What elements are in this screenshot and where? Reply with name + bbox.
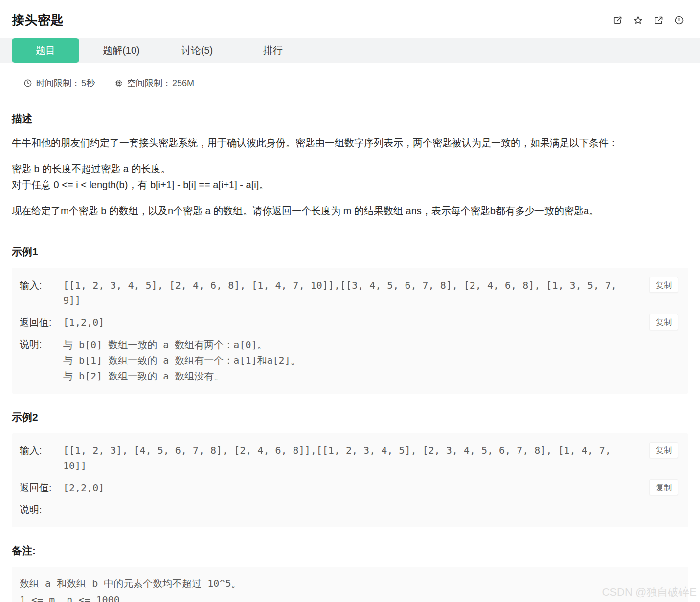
note-line: 与 b[1] 数组一致的 a 数组有一个：a[1]和a[2]。 <box>63 353 300 368</box>
star-icon[interactable] <box>633 15 643 25</box>
input-value: [[1, 2, 3], [4, 5, 6, 7, 8], [2, 4, 6, 8… <box>63 443 626 473</box>
example1-box: 输入: [[1, 2, 3, 4, 5], [2, 4, 6, 8], [1, … <box>12 268 688 394</box>
description-paragraph: 现在给定了m个密匙 b 的数组，以及n个密匙 a 的数组。请你返回一个长度为 m… <box>12 203 688 219</box>
description-body: 牛牛和他的朋友们约定了一套接头密匙系统，用于确认彼此身份。密匙由一组数字序列表示… <box>12 135 688 219</box>
condition-line-1: 密匙 b 的长度不超过密匙 a 的长度。 <box>12 163 170 174</box>
return-value: [1,2,0] <box>63 315 104 330</box>
condition-line-2: 对于任意 0 <= i < length(b)，有 b[i+1] - b[i] … <box>12 179 269 190</box>
edit-icon[interactable] <box>612 15 623 25</box>
remark-line: 1 <= m, n <= 1000 <box>20 592 678 602</box>
copy-input-button[interactable]: 复制 <box>649 442 678 458</box>
tab-ranking[interactable]: 排行 <box>239 38 307 63</box>
memory-limit-label: 空间限制： <box>127 77 171 89</box>
input-value: [[1, 2, 3, 4, 5], [2, 4, 6, 8], [1, 4, 7… <box>63 278 626 308</box>
input-label: 输入: <box>20 443 63 473</box>
description-paragraph: 牛牛和他的朋友们约定了一套接头密匙系统，用于确认彼此身份。密匙由一组数字序列表示… <box>12 135 688 151</box>
section-heading-remarks: 备注: <box>12 544 688 557</box>
time-limit-value: 5秒 <box>81 77 95 89</box>
note-row: 说明: 与 b[0] 数组一致的 a 数组有两个：a[0]。 与 b[1] 数组… <box>20 337 678 384</box>
input-label: 输入: <box>20 278 63 308</box>
remarks-box: 数组 a 和数组 b 中的元素个数均不超过 10^5。 1 <= m, n <=… <box>12 567 688 602</box>
return-row: 返回值: [2,2,0] 复制 <box>20 480 678 495</box>
limits-row: 时间限制：5秒 空间限制：256M <box>23 77 688 89</box>
note-line: 与 b[2] 数组一致的 a 数组没有。 <box>63 368 300 384</box>
note-line: 与 b[0] 数组一致的 a 数组有两个：a[0]。 <box>63 337 300 353</box>
return-row: 返回值: [1,2,0] 复制 <box>20 315 678 330</box>
time-limit-label: 时间限制： <box>36 77 80 89</box>
return-value: [2,2,0] <box>63 480 104 495</box>
note-value: 与 b[0] 数组一致的 a 数组有两个：a[0]。 与 b[1] 数组一致的 … <box>63 337 300 384</box>
section-heading-description: 描述 <box>12 112 688 125</box>
return-label: 返回值: <box>20 480 63 495</box>
note-label: 说明: <box>20 337 63 384</box>
problem-content: 描述 牛牛和他的朋友们约定了一套接头密匙系统，用于确认彼此身份。密匙由一组数字序… <box>0 112 700 602</box>
header-actions <box>612 15 684 25</box>
tab-discussion[interactable]: 讨论(5) <box>163 38 231 63</box>
remark-line: 数组 a 和数组 b 中的元素个数均不超过 10^5。 <box>20 576 678 592</box>
copy-return-button[interactable]: 复制 <box>649 479 678 495</box>
return-label: 返回值: <box>20 315 63 330</box>
section-heading-example2: 示例2 <box>12 411 688 424</box>
input-row: 输入: [[1, 2, 3], [4, 5, 6, 7, 8], [2, 4, … <box>20 443 678 473</box>
memory-limit-value: 256M <box>172 78 194 89</box>
section-heading-example1: 示例1 <box>12 245 688 258</box>
input-row: 输入: [[1, 2, 3, 4, 5], [2, 4, 6, 8], [1, … <box>20 278 678 308</box>
external-link-icon[interactable] <box>654 15 664 25</box>
page-header: 接头密匙 <box>0 0 700 38</box>
description-conditions: 密匙 b 的长度不超过密匙 a 的长度。 对于任意 0 <= i < lengt… <box>12 161 688 193</box>
tab-solutions[interactable]: 题解(10) <box>88 38 155 63</box>
page-title: 接头密匙 <box>12 12 64 29</box>
report-icon[interactable] <box>674 15 684 25</box>
copy-return-button[interactable]: 复制 <box>649 314 678 330</box>
example2-box: 输入: [[1, 2, 3], [4, 5, 6, 7, 8], [2, 4, … <box>12 433 688 527</box>
note-label: 说明: <box>20 502 63 517</box>
clock-icon <box>23 79 32 88</box>
memory-limit: 空间限制：256M <box>114 77 194 89</box>
copy-input-button[interactable]: 复制 <box>649 277 678 293</box>
time-limit: 时间限制：5秒 <box>23 77 95 89</box>
note-row: 说明: <box>20 502 678 517</box>
chip-icon <box>114 79 123 88</box>
tab-problem[interactable]: 题目 <box>12 38 79 63</box>
tab-bar: 题目 题解(10) 讨论(5) 排行 <box>0 38 700 63</box>
